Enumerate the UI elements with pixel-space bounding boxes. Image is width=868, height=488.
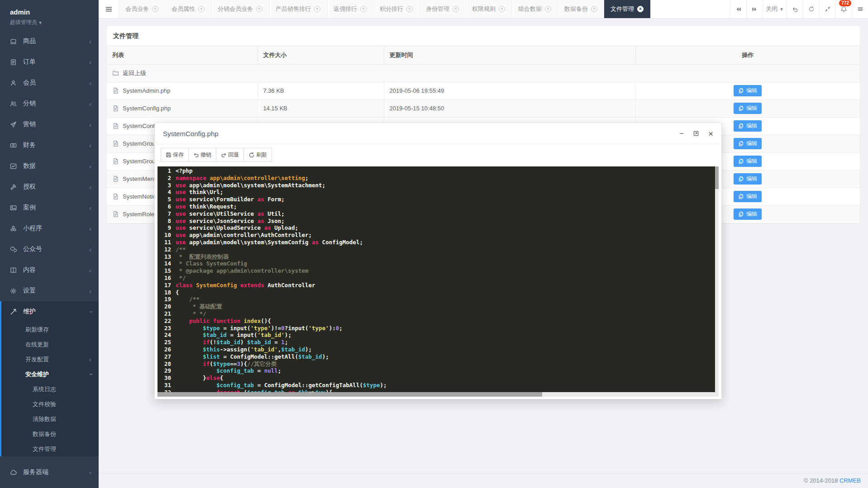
tab-分销会员业务[interactable]: 分销会员业务× xyxy=(211,0,269,18)
sidebar-subitem-刷新缓存[interactable]: 刷新缓存 xyxy=(1,322,99,337)
undo-icon xyxy=(193,152,199,158)
user-icon xyxy=(10,79,17,86)
tab-close-icon[interactable]: × xyxy=(453,6,459,12)
tab-close-icon[interactable]: × xyxy=(591,6,597,12)
toolbar-保存-button[interactable]: 保存 xyxy=(161,148,189,162)
tab-close-icon[interactable]: × xyxy=(198,6,205,12)
editor-vertical-scrollbar[interactable] xyxy=(715,166,719,397)
sidebar-collapse-button[interactable] xyxy=(99,0,119,18)
footer: © 2014-2018 CRMEB xyxy=(99,473,868,488)
sidebar-item-授权[interactable]: 授权‹ xyxy=(0,176,99,197)
sidebar-item-案例[interactable]: 案例‹ xyxy=(0,197,99,218)
edit-button[interactable]: 编辑 xyxy=(734,191,762,202)
tab-close-icon[interactable]: × xyxy=(314,6,320,12)
brand-link[interactable]: CRMEB xyxy=(839,477,861,484)
tab-返佣排行[interactable]: 返佣排行× xyxy=(327,0,373,18)
sidebar-subitem-安全维护[interactable]: 安全维护‹ xyxy=(1,367,99,382)
minimize-icon[interactable]: − xyxy=(679,130,684,137)
tab-身份管理[interactable]: 身份管理× xyxy=(420,0,466,18)
column-header-更新时间: 更新时间 xyxy=(384,46,635,64)
code-line: 9use service\UploadService as Upload; xyxy=(159,224,719,232)
line-number: 13 xyxy=(159,253,171,261)
sidebar-item-营销[interactable]: 营销‹ xyxy=(0,114,99,135)
sidebar-subitem-在线更新[interactable]: 在线更新 xyxy=(1,337,99,352)
tab-文件管理[interactable]: 文件管理× xyxy=(604,0,650,18)
tab-close-icon[interactable]: × xyxy=(406,6,413,12)
close-tabs-dropdown[interactable]: 关闭 ▼ xyxy=(763,0,787,18)
edit-button[interactable]: 编辑 xyxy=(734,156,762,167)
tab-组合数据[interactable]: 组合数据× xyxy=(512,0,558,18)
sidebar-item-数据[interactable]: 数据‹ xyxy=(0,156,99,176)
toolbar-撤销-button[interactable]: 撤销 xyxy=(188,148,216,162)
tab-会员属性[interactable]: 会员属性× xyxy=(165,0,211,18)
sidebar-item-服务器端[interactable]: 服务器端‹ xyxy=(0,462,99,483)
editor-horizontal-scrollbar[interactable] xyxy=(157,392,715,397)
file-name-cell: SystemAdmin.php xyxy=(107,82,258,99)
tab-close-icon[interactable]: × xyxy=(499,6,505,12)
code-line: 3use app\admin\model\system\SystemAttach… xyxy=(159,182,719,189)
sidebar-item-财务[interactable]: 财务‹ xyxy=(0,135,99,156)
sidebar-subitem-开发配置[interactable]: 开发配置‹ xyxy=(1,352,99,367)
sidebar-subitem-系统日志[interactable]: 系统日志 xyxy=(1,382,99,397)
tab-close-icon[interactable]: × xyxy=(545,6,551,12)
edit-button[interactable]: 编辑 xyxy=(734,85,762,96)
sidebar-item-label: 服务器端 xyxy=(23,468,89,476)
log-list-button[interactable] xyxy=(852,0,868,18)
cloud-icon xyxy=(10,469,17,476)
table-row: SystemConfig.php14.15 KB2019-05-15 10:48… xyxy=(107,99,860,117)
sidebar-subitem-文件校验[interactable]: 文件校验 xyxy=(1,397,99,412)
folder-name: 返回上级 xyxy=(123,69,146,77)
tab-close-icon[interactable]: × xyxy=(360,6,367,12)
edit-button[interactable]: 编辑 xyxy=(734,173,762,185)
tabs-scroll-right-button[interactable] xyxy=(746,0,763,18)
tab-close-icon[interactable]: × xyxy=(152,6,158,12)
tab-产品销售排行[interactable]: 产品销售排行× xyxy=(269,0,327,18)
edit-button[interactable]: 编辑 xyxy=(734,103,762,114)
sidebar-item-小程序[interactable]: 小程序‹ xyxy=(0,218,99,239)
tab-close-icon[interactable]: × xyxy=(637,6,644,12)
parent-folder-cell[interactable]: 返回上级 xyxy=(107,64,860,82)
toolbar-回退-button[interactable]: 回退 xyxy=(216,148,244,162)
sidebar-item-商品[interactable]: 商品‹ xyxy=(0,31,99,52)
code-line: 11use app\admin\model\system\SystemConfi… xyxy=(159,239,719,246)
notifications-bell-button[interactable]: 772 xyxy=(835,0,852,18)
code-editor[interactable]: 1<?php2namespace app\admin\controller\se… xyxy=(157,166,719,397)
line-text: use think\Request; xyxy=(176,203,237,210)
close-icon[interactable]: × xyxy=(708,129,713,138)
tabs-scroll-left-button[interactable] xyxy=(730,0,746,18)
toolbar-刷新-button[interactable]: 刷新 xyxy=(243,148,272,162)
edit-button[interactable]: 编辑 xyxy=(734,120,762,132)
sidebar-subitem-数据备份[interactable]: 数据备份 xyxy=(1,426,99,441)
edit-icon xyxy=(738,88,744,94)
fullscreen-toggle-button[interactable] xyxy=(819,0,835,18)
line-text: namespace app\admin\controller\setting; xyxy=(176,175,309,182)
code-line: 29 $config_tab = null; xyxy=(159,367,719,374)
line-text: * 配置列表控制器 xyxy=(176,253,229,261)
tab-积分排行[interactable]: 积分排行× xyxy=(373,0,420,18)
edit-button[interactable]: 编辑 xyxy=(734,208,762,220)
gear-icon xyxy=(10,287,17,294)
sidebar-item-设置[interactable]: 设置‹ xyxy=(0,280,99,301)
sidebar-item-分销[interactable]: 分销‹ xyxy=(0,93,99,114)
maximize-icon[interactable] xyxy=(693,130,699,137)
tab-权限规则[interactable]: 权限规则× xyxy=(466,0,512,18)
file-time-cell: 2019-05-15 10:48:50 xyxy=(384,99,635,117)
tab-会员业务[interactable]: 会员业务× xyxy=(119,0,165,18)
refresh-button[interactable] xyxy=(803,0,819,18)
sidebar-subitem-文件管理[interactable]: 文件管理 xyxy=(1,441,99,456)
back-button[interactable] xyxy=(787,0,803,18)
sidebar-item-公众号[interactable]: 公众号‹ xyxy=(0,239,99,260)
chevron-left-icon: ‹ xyxy=(89,356,91,363)
tab-close-icon[interactable]: × xyxy=(256,6,262,12)
sidebar-item-订单[interactable]: 订单‹ xyxy=(0,52,99,72)
line-number: 8 xyxy=(159,218,171,225)
sidebar-subitem-清除数据[interactable]: 清除数据 xyxy=(1,412,99,426)
sidebar-item-维护[interactable]: 维护‹ xyxy=(1,301,99,322)
edit-button[interactable]: 编辑 xyxy=(734,138,762,149)
user-role-dropdown[interactable]: 超级管理员 ▾ xyxy=(10,19,99,26)
tab-数据备份[interactable]: 数据备份× xyxy=(558,0,604,18)
line-text: use app\admin\model\system\SystemConfig … xyxy=(176,239,363,246)
sidebar-item-会员[interactable]: 会员‹ xyxy=(0,72,99,93)
sidebar-item-内容[interactable]: 内容‹ xyxy=(0,260,99,280)
line-text: * Class SystemConfig xyxy=(176,260,247,267)
